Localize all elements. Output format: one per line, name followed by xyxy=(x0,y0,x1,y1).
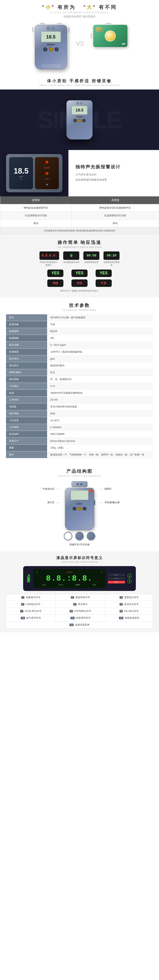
alert-subtitle: 让气体浓度在达到 高低报警值时能够迅速报警 xyxy=(76,172,152,183)
feature-en: SMALL LIGHT HAND FEEL COMFORTABLE BUTTON… xyxy=(8,84,151,86)
specs-label-15: 工作湿度 xyxy=(6,424,47,431)
specs-label-6: 显示技术 xyxy=(6,362,47,369)
specs-row-10: 电池 1800mAh可充电聚合物锂电池 xyxy=(6,390,153,396)
specs-title: 技术参数 xyxy=(6,302,153,309)
specs-row-13: 防护等级 IP65 xyxy=(6,410,153,417)
hero-tagline: 先进的安全保护 就在您身边 xyxy=(8,15,151,18)
specs-label-2: 检测路数 xyxy=(6,335,47,342)
legend-num-9: 9 xyxy=(120,610,123,612)
device-dims: 9.2cm 18.5 ■hder■ xyxy=(32,25,70,69)
hero-small: 小 xyxy=(46,5,52,10)
specs-row-17: 外形尺寸 92mm×58mm×28.5mm xyxy=(6,438,153,445)
table-row: 红蓝报警指示灯闪烁 红蓝报警指示灯闪烁 xyxy=(0,212,159,220)
specs-value-5: ppm xyxy=(47,355,153,362)
specs-label-7: 报警灯颜色 xyxy=(6,369,47,376)
op-desc-2: 若有紧急操作结束 xyxy=(63,261,79,264)
operation-section: 操作简单 响应迅速 THE OPERATION IS SIMPLE AND QU… xyxy=(0,234,159,298)
lcd-up-btn[interactable]: ▲ xyxy=(128,574,132,578)
struct-gas-sensor xyxy=(71,481,88,487)
hand-screen: 18.5 xyxy=(71,106,88,115)
specs-row-18: 重量 150g（含量） xyxy=(6,445,153,452)
legend-cell-4: 4 USB动态符号 xyxy=(6,601,55,608)
right-label-2: —— 开机键/确认键 xyxy=(99,501,127,504)
hero-have2: 有不同 xyxy=(99,5,117,10)
specs-model-label: 型号 xyxy=(6,314,47,321)
specs-label-12: 充电器 xyxy=(6,403,47,410)
specs-value-13: IP65 xyxy=(47,410,153,417)
specs-value-0: 气体 xyxy=(47,321,153,328)
legend-cell-3: 3 报警提示符号 xyxy=(105,594,153,601)
lcd-title: 液晶显示屏标识符号意义 xyxy=(6,555,153,560)
specs-row-7: 报警灯颜色 红光 xyxy=(6,369,153,376)
specs-row-15: 工作湿度 5~90%RH xyxy=(6,424,153,431)
legend-cell-2: 2 数据序体符号 xyxy=(55,594,105,601)
legend-cell-9: 9 %LL单位符号 xyxy=(105,608,153,615)
specs-label-11: 工作时间 xyxy=(6,396,47,403)
hand-device: 18.5 ■hder■ xyxy=(66,100,93,140)
struct-center-device: hder xyxy=(63,481,96,541)
alert-row2-col1: 红蓝报警指示灯闪烁 xyxy=(0,212,72,220)
legend-cell-5: 5 单位显示 xyxy=(55,601,105,608)
legend-text-7: %VOL单位符号 xyxy=(25,610,41,612)
specs-label-8: 操作按键 xyxy=(6,376,47,383)
legend-num-4: 4 xyxy=(21,603,24,606)
op-no-row: no no ro xyxy=(8,279,151,287)
legend-text-6: 蓝动开启符号 xyxy=(124,603,139,606)
hero-section: "小" 有所为 "大" 有不同 A LITTLE ACTION MAKES A … xyxy=(0,0,159,75)
yes-1: YES xyxy=(47,270,63,277)
op-title: 操作简单 响应迅速 xyxy=(8,240,151,245)
alert-row3-col2: 振动 xyxy=(71,220,159,227)
specs-row-19: 配件 集成高品质一个、气体检测设一个、充电一组、说明书一份、合格证一份、出厂检测… xyxy=(6,452,153,458)
legend-text-11: 校零调节符号 xyxy=(76,617,91,619)
alert-dot-2 xyxy=(46,172,48,174)
alert-dot-1 xyxy=(46,161,48,163)
op-display-2: 0 若有紧急操作结束 xyxy=(63,251,79,264)
hero-en: A LITTLE ACTION MAKES A BIG DIFFERENCE xyxy=(8,11,151,14)
alert-table: 低警报 高警报 蜂鸣器低高频报警声音 蜂鸣器更加强烈高频报警声音 红蓝报警指示灯… xyxy=(0,196,159,234)
alert-row2-col2: 红蓝报警指示灯闪烁 xyxy=(71,212,159,220)
dual-device-body: 18.5 ppm H₂S ALARM HIGH xyxy=(6,154,62,192)
specs-value-6: 液晶段码显示 xyxy=(47,362,153,369)
legend-cell-10: 10 标气调节符号 xyxy=(6,615,55,622)
lcd-label-zero: ZERO xyxy=(75,584,80,586)
legend-cell-13: 13 低报设置菜单 xyxy=(6,622,153,628)
struct-device-main: hder xyxy=(65,488,94,530)
legend-cell-8: 8 8 PPM单位符号 xyxy=(55,608,105,615)
specs-value-18: 150g（含量） xyxy=(47,445,153,452)
card-brand: 银联 xyxy=(122,43,125,45)
specs-row-3: 显示范围 0～De:0-1ppm xyxy=(6,342,153,348)
lcd-down-btn[interactable]: ▼ xyxy=(128,579,132,584)
feature-title: 体小质轻 手感舒适 按键灵敏 xyxy=(8,78,151,84)
specs-table: 型号 HD-MOX-CCLI液一套气体检测仪 检测对象 气体 检测原理 电化学 … xyxy=(6,314,153,458)
legend-text-12: 高报设置菜单 xyxy=(125,617,139,619)
table-row: 开启报警后声光和振动同时附着 同时检测到高低报警优先执行高报警动作 xyxy=(0,227,159,234)
specs-row-14: 工作温度 10~40°C xyxy=(6,417,153,424)
op-title-en: THE OPERATION IS SIMPLE AND QUICK xyxy=(8,246,151,248)
alert-top-section: SIMPLE 18.5 ppm H₂S ALARM HIGH 独特声光振报警设计… xyxy=(0,150,159,196)
alert-title: 独特声光振报警设计 xyxy=(76,164,152,170)
alert-row1-col1: 蜂鸣器低高频报警声音 xyxy=(0,204,72,212)
lcd-label-alh: AL-H xyxy=(59,584,63,586)
specs-value-9: 3.7V xyxy=(47,383,153,390)
legend-num-1: 1 xyxy=(21,596,25,599)
legend-text-13: 低报设置菜单 xyxy=(75,624,90,626)
struct-labels-left: 气体进出区 —— 显示区 —— xyxy=(32,481,60,512)
device-number: 18.5 xyxy=(46,34,55,40)
right-label-1: —— 报警灯 xyxy=(99,487,127,491)
specs-row-8: 操作按键 声、光、振感指示灯 xyxy=(6,376,153,383)
lcd-digits: 8.8.:8.8. xyxy=(36,574,102,583)
legend-row-1: 1 电量显示符号 2 数据序体符号 3 报警提示符号 xyxy=(6,594,153,601)
specs-row-1: 检测原理 电化学 xyxy=(6,328,153,335)
legend-num-10: 10 xyxy=(21,617,25,619)
specs-value-16: ABS工程材料 xyxy=(47,431,153,438)
specs-value-17: 92mm×58mm×28.5mm xyxy=(47,438,153,445)
op-digits-3: 00:50 xyxy=(87,254,96,258)
hand-section: SIMPLE 18.5 ■hder■ xyxy=(0,89,159,150)
alert-dot-3 xyxy=(46,184,48,185)
hand-brand: ■hder■ xyxy=(67,116,92,118)
legend-num-11: 11 xyxy=(71,617,75,619)
specs-value-10: 1800mAh可充电聚合物锂电池 xyxy=(47,390,153,396)
battery-indicator xyxy=(27,575,31,582)
op-confirm-text: 操作方式一键确定 皆使用加还安全放心 xyxy=(8,289,151,292)
struct-buttons xyxy=(65,507,94,511)
